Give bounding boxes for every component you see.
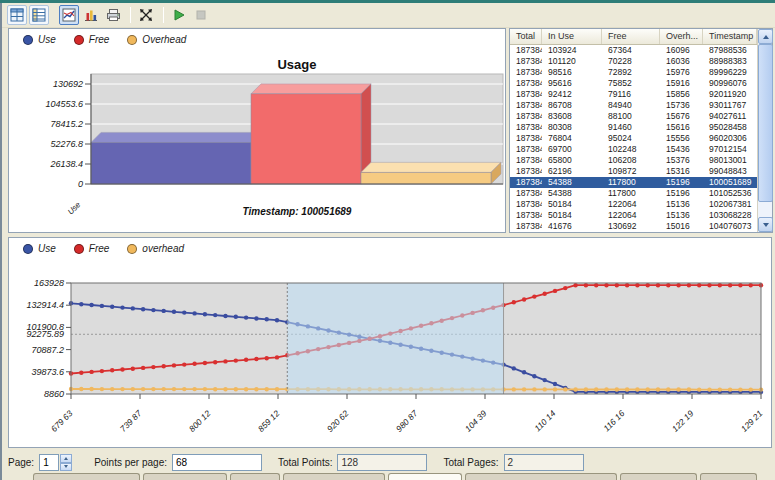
data-point[interactable] bbox=[563, 286, 567, 290]
data-point[interactable] bbox=[192, 362, 196, 366]
data-point[interactable] bbox=[553, 289, 557, 293]
table-row[interactable]: 18738492412791161585692011920 bbox=[510, 89, 757, 100]
line-chart-view-button[interactable] bbox=[59, 5, 79, 25]
data-point[interactable] bbox=[244, 358, 248, 362]
data-point[interactable] bbox=[676, 283, 680, 287]
data-point[interactable] bbox=[89, 387, 93, 391]
history-line-chart[interactable]: 886039873.670887.2101900.8132914.4163928… bbox=[9, 238, 771, 447]
data-point[interactable] bbox=[573, 387, 577, 391]
data-point[interactable] bbox=[100, 387, 104, 391]
data-point[interactable] bbox=[532, 387, 536, 391]
data-point[interactable] bbox=[234, 387, 238, 391]
data-point[interactable] bbox=[512, 366, 516, 370]
data-point[interactable] bbox=[192, 311, 196, 315]
data-point[interactable] bbox=[234, 315, 238, 319]
data-point[interactable] bbox=[687, 283, 691, 287]
data-point[interactable] bbox=[625, 283, 629, 287]
data-point[interactable] bbox=[646, 387, 650, 391]
data-point[interactable] bbox=[110, 368, 114, 372]
spinner-down-button[interactable] bbox=[60, 463, 72, 472]
data-point[interactable] bbox=[604, 283, 608, 287]
table-row[interactable]: 18738495616758521591690996076 bbox=[510, 78, 757, 89]
data-point[interactable] bbox=[738, 283, 742, 287]
data-point[interactable] bbox=[213, 387, 217, 391]
data-point[interactable] bbox=[131, 387, 135, 391]
table-row[interactable]: 187384101120702281603688988383 bbox=[510, 56, 757, 67]
data-point[interactable] bbox=[254, 387, 258, 391]
scroll-down-button[interactable] bbox=[758, 217, 773, 232]
data-point[interactable] bbox=[223, 359, 227, 363]
data-point[interactable] bbox=[522, 370, 526, 374]
data-point[interactable] bbox=[203, 312, 207, 316]
data-point[interactable] bbox=[543, 387, 547, 391]
table-row[interactable]: 1873844167613069215016104076073 bbox=[510, 221, 757, 232]
data-point[interactable] bbox=[89, 370, 93, 374]
data-point[interactable] bbox=[584, 283, 588, 287]
bottom-tab[interactable] bbox=[143, 473, 227, 480]
selection-region[interactable] bbox=[287, 283, 503, 394]
data-point[interactable] bbox=[512, 387, 516, 391]
data-point[interactable] bbox=[203, 361, 207, 365]
data-point[interactable] bbox=[728, 283, 732, 287]
data-point[interactable] bbox=[151, 308, 155, 312]
data-point[interactable] bbox=[532, 374, 536, 378]
data-point[interactable] bbox=[728, 387, 732, 391]
usage-bar-chart[interactable]: 026138.452276.878415.2104553.6130692Usag… bbox=[9, 29, 505, 232]
data-point[interactable] bbox=[120, 305, 124, 309]
data-point[interactable] bbox=[254, 316, 258, 320]
bottom-tab[interactable] bbox=[230, 473, 280, 480]
table-body[interactable]: 1873841039246736416096879885361873841011… bbox=[510, 45, 757, 232]
data-point[interactable] bbox=[203, 387, 207, 391]
data-point[interactable] bbox=[635, 387, 639, 391]
data-point[interactable] bbox=[182, 387, 186, 391]
data-point[interactable] bbox=[718, 283, 722, 287]
data-point[interactable] bbox=[697, 283, 701, 287]
data-point[interactable] bbox=[162, 309, 166, 313]
bottom-tab[interactable] bbox=[388, 473, 462, 480]
data-point[interactable] bbox=[100, 369, 104, 373]
data-point[interactable] bbox=[275, 387, 279, 391]
data-point[interactable] bbox=[656, 387, 660, 391]
bottom-tab[interactable] bbox=[465, 473, 617, 480]
data-point[interactable] bbox=[79, 387, 83, 391]
data-point[interactable] bbox=[563, 387, 567, 391]
bottom-tab[interactable] bbox=[33, 473, 140, 480]
table-row[interactable]: 187384658001062081537698013001 bbox=[510, 155, 757, 166]
data-point[interactable] bbox=[543, 378, 547, 382]
data-point[interactable] bbox=[223, 314, 227, 318]
data-point[interactable] bbox=[254, 357, 258, 361]
data-point[interactable] bbox=[522, 297, 526, 301]
table-row[interactable]: 187384103924673641609687988536 bbox=[510, 45, 757, 56]
table-vertical-scrollbar[interactable] bbox=[757, 29, 772, 232]
data-point[interactable] bbox=[192, 387, 196, 391]
print-button[interactable] bbox=[103, 5, 123, 25]
data-point[interactable] bbox=[223, 387, 227, 391]
grid-view-button[interactable] bbox=[7, 5, 27, 25]
scroll-up-button[interactable] bbox=[758, 29, 773, 44]
page-input[interactable] bbox=[39, 454, 59, 471]
table-row[interactable]: 1873845438811780015196100051689 bbox=[510, 177, 757, 188]
table-row[interactable]: 18738480308914601561695028458 bbox=[510, 122, 757, 133]
data-point[interactable] bbox=[265, 356, 269, 360]
bar-use[interactable] bbox=[91, 132, 261, 184]
data-point[interactable] bbox=[162, 387, 166, 391]
data-point[interactable] bbox=[110, 387, 114, 391]
data-point[interactable] bbox=[573, 283, 577, 287]
data-point[interactable] bbox=[553, 387, 557, 391]
table-row[interactable]: 1873845018412206415136102067381 bbox=[510, 199, 757, 210]
data-point[interactable] bbox=[110, 305, 114, 309]
spinner-up-button[interactable] bbox=[60, 454, 72, 463]
data-point[interactable] bbox=[625, 387, 629, 391]
data-point[interactable] bbox=[172, 310, 176, 314]
data-point[interactable] bbox=[532, 294, 536, 298]
data-point[interactable] bbox=[172, 387, 176, 391]
data-point[interactable] bbox=[615, 283, 619, 287]
data-point[interactable] bbox=[234, 358, 238, 362]
bottom-tab[interactable] bbox=[620, 473, 697, 480]
table-row[interactable]: 18738498516728921597689996229 bbox=[510, 67, 757, 78]
data-point[interactable] bbox=[615, 387, 619, 391]
table-row[interactable]: 1873845438811780015196101052536 bbox=[510, 188, 757, 199]
table-row[interactable]: 18738476804950241555696020306 bbox=[510, 133, 757, 144]
data-point[interactable] bbox=[707, 283, 711, 287]
bar-chart-view-button[interactable] bbox=[81, 5, 101, 25]
